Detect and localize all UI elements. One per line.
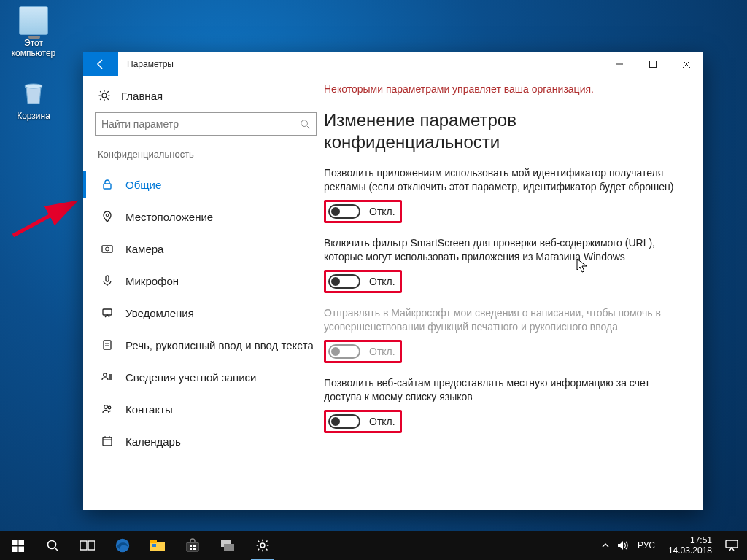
- tray-volume-icon[interactable]: [616, 540, 630, 551]
- svg-rect-12: [106, 276, 109, 281]
- setting-desc-smartscreen: Включить фильтр SmartScreen для проверки…: [324, 236, 674, 264]
- svg-rect-20: [103, 438, 112, 446]
- setting-desc-typing-data: Отправлять в Майкрософт мои сведения о н…: [324, 306, 674, 334]
- svg-rect-26: [12, 546, 18, 552]
- svg-rect-36: [187, 542, 198, 551]
- nav-item-account[interactable]: Сведения учетной записи: [95, 361, 317, 393]
- toggle-language-list[interactable]: [328, 414, 360, 429]
- window-title: Параметры: [118, 52, 603, 76]
- svg-rect-44: [726, 540, 738, 548]
- toggle-smartscreen[interactable]: [328, 274, 360, 289]
- toggle-typing-data: [328, 344, 360, 359]
- annotation-highlight: Откл.: [324, 340, 402, 363]
- nav-item-notifications[interactable]: Уведомления: [95, 297, 317, 329]
- close-button[interactable]: [670, 52, 703, 76]
- nav-item-calendar[interactable]: Календарь: [95, 425, 317, 457]
- nav-section-label: Конфиденциальность: [95, 149, 317, 160]
- svg-point-17: [104, 373, 107, 376]
- camera-icon: [101, 242, 114, 255]
- svg-rect-37: [190, 545, 192, 547]
- tray-language[interactable]: РУС: [633, 540, 659, 551]
- system-tray: РУС 17:51 14.03.2018: [598, 531, 747, 560]
- maximize-button[interactable]: [636, 52, 670, 76]
- nav-item-label: Календарь: [125, 435, 181, 448]
- settings-nav: Главная Конфиденциальность Общие Местопо…: [83, 76, 324, 510]
- nav-item-general[interactable]: Общие: [95, 168, 317, 201]
- svg-rect-30: [80, 541, 87, 550]
- clipboard-icon: [101, 338, 114, 351]
- desktop-icon-label: Этот компьютер: [4, 38, 63, 58]
- minimize-button[interactable]: [603, 52, 636, 76]
- tray-time: 17:51: [668, 535, 712, 545]
- nav-item-label: Местоположение: [125, 211, 213, 223]
- taskbar: РУС 17:51 14.03.2018: [0, 531, 747, 560]
- taskbar-app-store[interactable]: [175, 531, 210, 560]
- svg-rect-31: [88, 541, 95, 550]
- annotation-highlight: Откл.: [324, 200, 402, 223]
- nav-item-location[interactable]: Местоположение: [95, 201, 317, 233]
- svg-point-43: [260, 543, 265, 548]
- nav-item-camera[interactable]: Камера: [95, 233, 317, 265]
- nav-item-microphone[interactable]: Микрофон: [95, 265, 317, 297]
- nav-item-label: Контакты: [125, 403, 173, 416]
- toggle-advertising-id[interactable]: [328, 204, 360, 219]
- svg-point-19: [108, 406, 111, 409]
- page-heading: Изменение параметров конфиденциальности: [324, 109, 681, 153]
- taskbar-app-settings[interactable]: [245, 531, 280, 560]
- nav-home[interactable]: Главная: [95, 85, 317, 112]
- search-icon: [300, 119, 310, 129]
- setting-desc-advertising-id: Позволить приложениям использовать мой и…: [324, 166, 674, 194]
- calendar-icon: [101, 435, 114, 448]
- settings-window: Параметры Главная Конфиденциальность Об: [83, 52, 703, 510]
- lock-icon: [101, 178, 114, 191]
- svg-rect-24: [12, 540, 18, 545]
- nav-item-label: Уведомления: [125, 307, 194, 319]
- desktop-icon-this-pc[interactable]: Этот компьютер: [4, 6, 63, 58]
- titlebar: Параметры: [83, 52, 703, 76]
- nav-item-label: Речь, рукописный ввод и ввод текста: [125, 339, 314, 351]
- taskbar-app-system[interactable]: [210, 531, 245, 560]
- toggle-state-label: Откл.: [369, 276, 395, 287]
- svg-rect-13: [103, 309, 112, 315]
- gear-icon: [98, 89, 111, 102]
- desktop-icon-label: Корзина: [4, 111, 63, 121]
- nav-item-label: Общие: [125, 179, 161, 191]
- taskbar-search-button[interactable]: [35, 531, 70, 560]
- nav-item-speech[interactable]: Речь, рукописный ввод и ввод текста: [95, 329, 317, 361]
- tray-chevron-up-icon[interactable]: [598, 541, 613, 550]
- svg-rect-38: [193, 545, 196, 547]
- contacts-icon: [101, 402, 114, 416]
- recycle-bin-icon: [19, 79, 48, 108]
- toggle-state-label: Откл.: [369, 206, 395, 217]
- svg-rect-8: [104, 184, 111, 189]
- svg-rect-25: [18, 540, 24, 545]
- search-box[interactable]: [95, 112, 317, 136]
- tray-clock[interactable]: 17:51 14.03.2018: [662, 535, 718, 556]
- back-button[interactable]: [83, 52, 118, 76]
- task-view-button[interactable]: [70, 531, 105, 560]
- nav-home-label: Главная: [121, 90, 163, 102]
- action-center-button[interactable]: [721, 540, 743, 551]
- tray-language-label: РУС: [638, 540, 655, 551]
- search-input[interactable]: [101, 118, 300, 130]
- tray-date: 14.03.2018: [668, 545, 712, 556]
- account-icon: [101, 370, 114, 384]
- svg-line-7: [307, 126, 310, 129]
- svg-line-1: [13, 202, 75, 236]
- svg-point-0: [25, 84, 42, 88]
- taskbar-app-edge[interactable]: [105, 531, 140, 560]
- start-button[interactable]: [0, 531, 35, 560]
- nav-item-label: Камера: [125, 243, 163, 255]
- svg-point-28: [48, 541, 56, 549]
- svg-rect-27: [18, 546, 24, 552]
- svg-rect-35: [152, 544, 156, 547]
- svg-rect-10: [102, 246, 112, 252]
- svg-rect-34: [150, 540, 157, 543]
- desktop-icon-recycle-bin[interactable]: Корзина: [4, 79, 63, 121]
- annotation-arrow: [6, 179, 86, 244]
- taskbar-app-explorer[interactable]: [140, 531, 175, 560]
- computer-icon: [19, 6, 48, 35]
- nav-item-contacts[interactable]: Контакты: [95, 393, 317, 425]
- location-icon: [101, 210, 114, 223]
- annotation-highlight: Откл.: [324, 410, 402, 433]
